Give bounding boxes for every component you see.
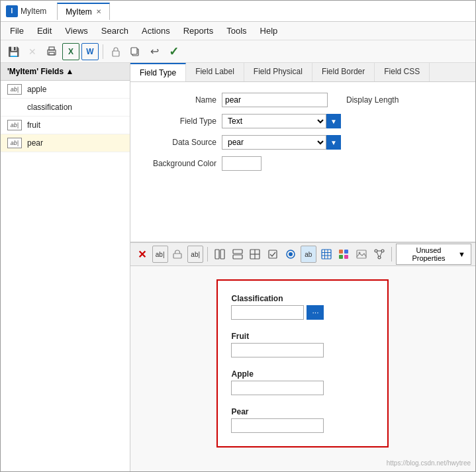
tab-field-type[interactable]: Field Type (130, 63, 186, 81)
app-name: MyItem (21, 7, 46, 16)
grid-button[interactable] (318, 246, 334, 263)
layout-btn-3[interactable] (248, 246, 263, 263)
svg-point-16 (289, 252, 293, 256)
menu-help[interactable]: Help (254, 23, 285, 38)
svg-rect-25 (344, 255, 348, 259)
data-source-select[interactable]: pear (222, 135, 326, 150)
tab-close-icon[interactable]: ✕ (96, 8, 101, 15)
image-button[interactable] (354, 246, 369, 263)
classification-ellipsis-button[interactable]: ··· (307, 305, 324, 320)
text-field-button[interactable]: ab| (152, 246, 168, 263)
text-display-button[interactable]: ab (301, 246, 316, 263)
copy-button[interactable] (126, 43, 144, 60)
tab-field-label[interactable]: Field Label (186, 63, 244, 81)
layout-btn-1[interactable] (212, 246, 228, 263)
preview-input-fruit[interactable] (231, 343, 324, 357)
preview-area: Classification ··· Fruit Apple (130, 265, 475, 471)
field-type-select[interactable]: Text (222, 114, 326, 128)
field-item-apple[interactable]: ab| apple (1, 81, 130, 99)
menu-bar: File Edit Views Search Actions Reports T… (1, 22, 475, 40)
properties-panel: Field Type Field Label Field Physical Fi… (130, 63, 475, 242)
background-color-picker[interactable] (222, 156, 262, 171)
excel-button[interactable]: X (62, 43, 79, 60)
menu-file[interactable]: File (3, 23, 30, 38)
field-type-row: Field Type Text ▼ (144, 114, 462, 128)
field-item-pear[interactable]: ab| pear (1, 134, 130, 152)
data-source-dropdown-btn[interactable]: ▼ (326, 135, 341, 150)
tiles-button[interactable] (336, 246, 352, 263)
label-button[interactable]: ab| (187, 246, 203, 263)
form-preview: Classification ··· Fruit Apple (216, 279, 389, 448)
field-label-fruit: fruit (27, 120, 40, 130)
preview-input-apple[interactable] (231, 381, 324, 395)
lock-button[interactable] (107, 43, 124, 60)
grid-icon (321, 249, 332, 260)
fields-panel: 'MyItem' Fields ▲ ab| apple classificati… (1, 63, 130, 471)
checkbox-button[interactable] (265, 246, 281, 263)
menu-views[interactable]: Views (58, 23, 94, 38)
svg-rect-22 (339, 250, 343, 254)
tab-myitem-label: MyItem (66, 7, 91, 17)
preview-input-pear[interactable] (231, 418, 324, 433)
tab-field-border[interactable]: Field Border (312, 63, 375, 81)
preview-field-fruit: Fruit (231, 332, 367, 357)
cancel-button[interactable]: ✕ (24, 43, 41, 60)
word-button[interactable]: W (81, 43, 99, 60)
svg-rect-17 (322, 250, 331, 259)
menu-search[interactable]: Search (95, 23, 135, 38)
field-icon-fruit: ab| (7, 120, 22, 130)
svg-rect-8 (220, 250, 224, 259)
field-item-fruit[interactable]: ab| fruit (1, 117, 130, 134)
preview-input-classification[interactable] (231, 305, 304, 320)
tab-field-css[interactable]: Field CSS (375, 63, 430, 81)
apply-button[interactable]: ✓ (165, 43, 182, 60)
svg-line-32 (377, 252, 379, 257)
field-item-classification[interactable]: classification (1, 99, 130, 117)
lock-field-button[interactable] (170, 246, 186, 263)
fields-list: ab| apple classification ab| fruit ab| p… (1, 81, 130, 471)
split-area: 'MyItem' Fields ▲ ab| apple classificati… (1, 63, 475, 471)
svg-rect-14 (269, 250, 277, 258)
layout-icon-1 (214, 249, 225, 260)
preview-label-classification: Classification (231, 294, 367, 303)
svg-rect-5 (131, 48, 137, 54)
unused-properties-button[interactable]: Unused Properties ▼ (396, 244, 471, 265)
tab-field-physical[interactable]: Field Physical (244, 63, 312, 81)
name-input[interactable] (222, 93, 328, 107)
fields-header: 'MyItem' Fields ▲ (1, 63, 130, 81)
title-bar: I MyItem MyItem ✕ (1, 1, 475, 22)
menu-actions[interactable]: Actions (135, 23, 177, 38)
tiles-icon (338, 249, 349, 260)
lock-icon (111, 46, 120, 57)
tab-myitem[interactable]: MyItem ✕ (57, 3, 109, 20)
lock-small-icon (173, 250, 182, 259)
save-button[interactable]: 💾 (5, 43, 22, 60)
field-type-dropdown-btn[interactable]: ▼ (326, 114, 341, 128)
data-source-label: Data Source (144, 138, 216, 147)
svg-rect-10 (233, 255, 242, 259)
menu-reports[interactable]: Reports (177, 23, 220, 38)
menu-tools[interactable]: Tools (220, 23, 253, 38)
layout-icon-3 (250, 249, 260, 260)
preview-label-apple: Apple (231, 369, 367, 379)
print-icon (46, 46, 57, 57)
field-icon-apple: ab| (7, 84, 22, 95)
bt-sep-1 (207, 247, 208, 261)
name-row: Name Display Length (144, 93, 462, 107)
menu-edit[interactable]: Edit (30, 23, 58, 38)
graph-button[interactable] (371, 246, 387, 263)
delete-button[interactable]: ✕ (134, 246, 150, 263)
print-button[interactable] (43, 43, 60, 60)
svg-rect-24 (339, 255, 343, 259)
undo-button[interactable]: ↩ (146, 43, 163, 60)
radio-button[interactable] (283, 246, 299, 263)
layout-btn-2[interactable] (230, 246, 246, 263)
toolbar-sep-1 (103, 44, 103, 59)
data-source-select-wrapper: pear ▼ (222, 135, 341, 150)
right-side: Field Type Field Label Field Physical Fi… (130, 63, 475, 471)
layout-icon-2 (232, 249, 243, 260)
background-color-label: Background Color (144, 159, 216, 168)
preview-field-pear: Pear (231, 407, 367, 433)
background-color-row: Background Color (144, 156, 462, 171)
data-source-row: Data Source pear ▼ (144, 135, 462, 150)
